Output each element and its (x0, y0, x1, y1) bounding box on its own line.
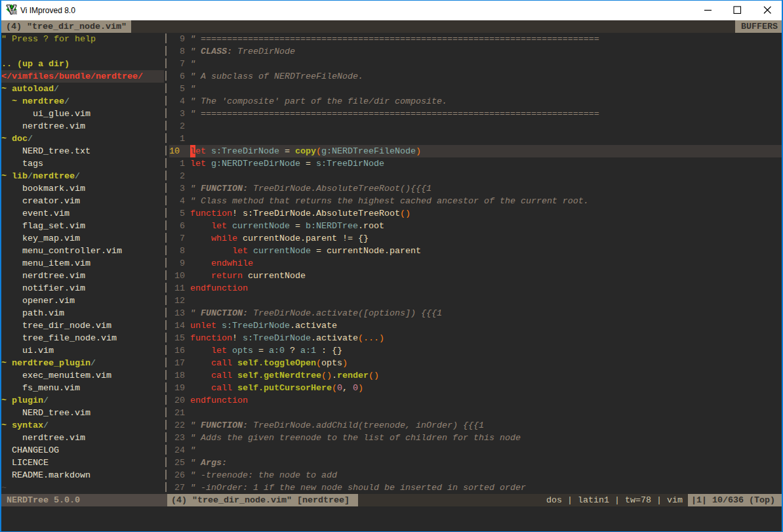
svg-text:im: im (10, 9, 17, 15)
